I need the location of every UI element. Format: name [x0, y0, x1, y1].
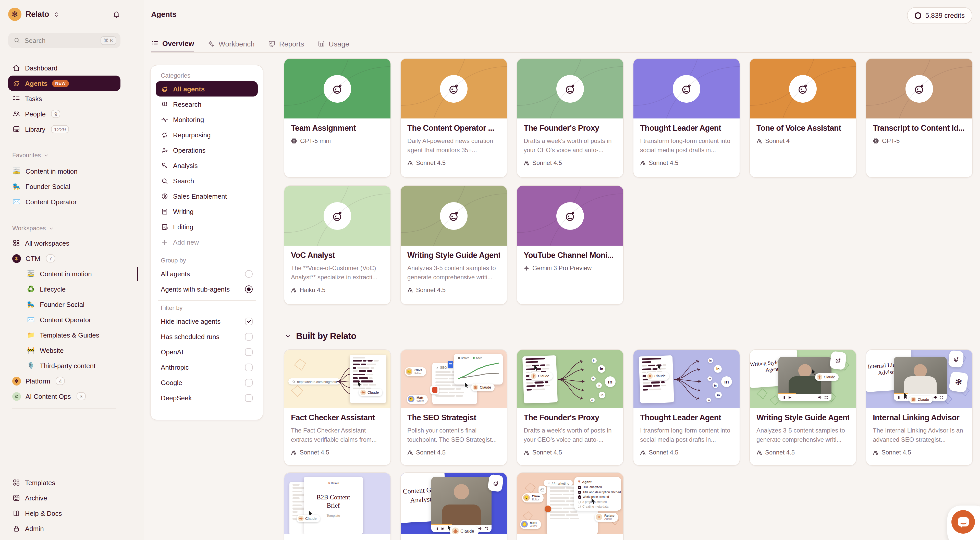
gtm-child-website[interactable]: 🚧Website: [22, 342, 121, 358]
agent-card-founders-proxy[interactable]: The Founder's Proxy Drafts a week's wort…: [517, 58, 624, 178]
sidebar-item-agents[interactable]: Agents NEW: [8, 76, 121, 91]
sidebar-item-gtm[interactable]: ✻ GTM 7: [8, 251, 121, 266]
agent-card-thought-leader[interactable]: Thought Leader Agent I transform long-fo…: [633, 58, 740, 178]
category-search[interactable]: Search: [156, 173, 258, 188]
checkbox-unchecked[interactable]: [245, 333, 253, 340]
agent-card-writing-style-guide[interactable]: Writing Style Guide Agent Analyzes 3-5 c…: [400, 185, 508, 305]
linkedin-node: in: [713, 382, 718, 388]
built-card-writing-style-guide[interactable]: Writing Style Guide Agent: [749, 349, 856, 466]
filter-anthropic[interactable]: Anthropic: [156, 360, 258, 375]
next-icon[interactable]: [441, 527, 445, 530]
filter-google[interactable]: Google: [156, 375, 258, 390]
sidebar-item-library[interactable]: Library 1229: [8, 121, 121, 137]
sidebar-item-templates[interactable]: Templates: [8, 475, 121, 490]
built-card-b2b-content-brief[interactable]: ✻Relato B2B Content Brief Template Claud…: [284, 472, 391, 540]
gtm-child-third-party-content[interactable]: 🎙️Third-party content: [22, 358, 121, 373]
built-card-founders-proxy[interactable]: Claude in in in in in in in The Founder'…: [517, 349, 624, 466]
category-operations[interactable]: Operations: [156, 142, 258, 158]
filter-openai[interactable]: OpenAI: [156, 344, 258, 360]
group-option-agents-with-sub-agents[interactable]: Agents with sub-agents: [156, 281, 258, 297]
category-research[interactable]: Research: [156, 97, 258, 112]
gtm-child-content-in-motion[interactable]: 🚋Content in motion: [22, 266, 121, 281]
agent-avatar: [556, 202, 584, 229]
category-repurposing[interactable]: Repurposing: [156, 127, 258, 142]
favourite-founder-social[interactable]: 🛼Founder Social: [8, 179, 121, 194]
fullscreen-icon[interactable]: [940, 395, 943, 399]
category-analysis[interactable]: Analysis: [156, 158, 258, 173]
tab-reports[interactable]: Reports: [268, 36, 304, 53]
filter-deepseek[interactable]: DeepSeek: [156, 390, 258, 405]
volume-icon[interactable]: [933, 395, 937, 399]
agent-card-youtube-channel-monitor[interactable]: YouTube Channel Moni... Gemini 3 Pro Pre…: [517, 185, 624, 305]
next-icon[interactable]: [788, 395, 792, 399]
sidebar-item-ai-content-ops[interactable]: AI Content Ops 3: [8, 389, 121, 404]
category-writing[interactable]: Writing: [156, 204, 258, 219]
agent-card-team-assignment[interactable]: Team Assignment GPT-5 mini: [284, 58, 391, 178]
agent-card-transcript-to-content[interactable]: Transcript to Content Id... GPT-5: [865, 58, 973, 178]
tab-usage[interactable]: Usage: [318, 36, 349, 53]
sidebar-item-help-docs[interactable]: Help & Docs: [8, 505, 121, 521]
radio-selected[interactable]: [245, 285, 253, 293]
favourites-section-header[interactable]: Favourites: [8, 150, 121, 160]
filter-hide-inactive-agents[interactable]: Hide inactive agents: [156, 314, 258, 329]
microphone-emoji-icon: 🎙️: [27, 362, 35, 369]
tab-overview[interactable]: Overview: [151, 36, 194, 53]
fullscreen-icon[interactable]: [484, 527, 488, 530]
tab-workbench[interactable]: Workbench: [207, 36, 255, 53]
sidebar-item-all-workspaces[interactable]: All workspaces: [8, 236, 121, 251]
fullscreen-icon[interactable]: [824, 395, 828, 399]
chevron-updown-icon[interactable]: [53, 11, 60, 18]
checkbox-unchecked[interactable]: [245, 348, 253, 356]
video-controls[interactable]: [778, 394, 832, 401]
favourite-content-in-motion[interactable]: 🚋Content in motion: [8, 163, 121, 179]
pause-icon[interactable]: [897, 395, 901, 399]
favourite-content-operator[interactable]: ✉️Content Operator: [8, 194, 121, 209]
chat-launcher-button[interactable]: [951, 510, 975, 534]
sidebar-item-archive[interactable]: Archive: [8, 490, 121, 505]
notifications-button[interactable]: [112, 10, 121, 18]
gtm-child-templates-guides[interactable]: 📁Templates & Guides: [22, 327, 121, 342]
group-option-all-agents[interactable]: All agents: [156, 266, 258, 281]
sidebar-item-tasks[interactable]: Tasks: [8, 91, 121, 106]
checkbox-unchecked[interactable]: [245, 363, 253, 371]
sidebar-item-admin[interactable]: Admin: [8, 521, 121, 536]
radio-unselected[interactable]: [245, 270, 253, 277]
gtm-child-content-operator[interactable]: ✉️Content Operator: [22, 312, 121, 327]
pause-icon[interactable]: [435, 527, 438, 530]
checkbox-unchecked[interactable]: [245, 379, 253, 386]
sidebar-item-people[interactable]: People 9: [8, 106, 121, 121]
workspaces-section-header[interactable]: Workspaces: [8, 223, 121, 233]
gtm-child-lifecycle[interactable]: ♻️Lifecycle: [22, 281, 121, 297]
category-editing[interactable]: Editing: [156, 219, 258, 234]
built-card-thought-leader[interactable]: Claude in in in in in in in Thought Lead…: [633, 349, 740, 466]
search-input[interactable]: Search ⌘ K: [8, 33, 121, 48]
sidebar-footer: Templates Archive Help & Docs Admin: [8, 475, 121, 536]
agent-card-voc-analyst[interactable]: VoC Analyst The **Voice-of-Customer (VoC…: [284, 185, 391, 305]
checkbox-checked[interactable]: [245, 317, 253, 325]
category-all-agents[interactable]: All agents: [156, 81, 258, 97]
category-sales-enablement[interactable]: Sales Enablement: [156, 188, 258, 204]
volume-icon[interactable]: [818, 395, 822, 399]
built-card-seo-strategist[interactable]: SEO Before: [400, 349, 508, 466]
subreddit-pill: /r/marketing: [544, 480, 573, 486]
filter-has-scheduled-runs[interactable]: Has scheduled runs: [156, 329, 258, 344]
sidebar-scrollbar[interactable]: [137, 267, 138, 281]
category-monitoring[interactable]: Monitoring: [156, 112, 258, 127]
video-player[interactable]: [431, 477, 492, 532]
gtm-child-founder-social[interactable]: 🛼Founder Social: [22, 297, 121, 312]
checkbox-unchecked[interactable]: [245, 394, 253, 401]
agent-card-tone-of-voice[interactable]: Tone of Voice Assistant Sonnet 4: [749, 58, 856, 178]
pause-icon[interactable]: [782, 395, 786, 399]
add-new-category-button[interactable]: Add new: [156, 234, 258, 250]
built-by-relato-header[interactable]: Built by Relato: [285, 330, 976, 342]
agent-card-content-operator[interactable]: The Content Operator ... Daily AI-powere…: [400, 58, 508, 178]
sidebar-item-platform[interactable]: ✻ Platform 4: [8, 373, 121, 389]
built-card-internal-linking[interactable]: Internal Linking Advisor: [865, 349, 973, 466]
built-card-agent-workflow[interactable]: /r/marketing ✻Agent URL analyzed Title a…: [517, 472, 624, 540]
video-player[interactable]: [894, 357, 947, 401]
built-card-fact-checker[interactable]: https://relato.com/blog/post: [284, 349, 391, 466]
built-card-content-gap-analyst[interactable]: Content Gap Analyst: [400, 472, 508, 540]
credits-badge[interactable]: 5,839 credits: [907, 7, 972, 24]
sidebar-item-dashboard[interactable]: Dashboard: [8, 60, 121, 76]
workspace-switcher[interactable]: ✻ Relato: [8, 0, 121, 29]
